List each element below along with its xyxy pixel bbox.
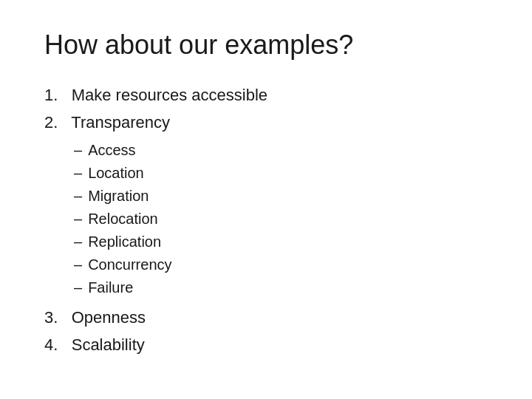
slide-title: How about our examples? (44, 30, 495, 61)
sublist-item-concurrency: – Concurrency (74, 253, 495, 276)
dash-icon: – (74, 276, 82, 299)
dash-icon: – (74, 139, 82, 162)
list-label-1: Make resources accessible (72, 86, 267, 104)
dash-icon: – (74, 253, 82, 276)
list-label-2: Transparency (71, 113, 170, 132)
sublist-label-concurrency: Concurrency (88, 253, 171, 276)
list-label-4: Scalability (72, 335, 145, 354)
transparency-sublist: – Access – Location – Migration – Reloca… (74, 139, 495, 299)
list-item-1: 1. Make resources accessible (44, 83, 495, 107)
dash-icon: – (74, 208, 82, 231)
sublist-item-failure: – Failure (74, 276, 495, 299)
dash-icon: – (74, 231, 82, 253)
list-number-1: 1. (44, 86, 58, 104)
sublist-label-failure: Failure (88, 276, 133, 299)
dash-icon: – (74, 162, 82, 185)
sublist-label-access: Access (88, 139, 135, 162)
slide: How about our examples? 1. Make resource… (0, 0, 532, 399)
sublist-label-migration: Migration (88, 185, 149, 208)
list-label-3: Openness (72, 308, 146, 327)
sublist-item-relocation: – Relocation (74, 208, 495, 231)
list-number-3: 3. (44, 308, 58, 327)
dash-icon: – (74, 185, 82, 208)
sublist-item-replication: – Replication (74, 231, 495, 253)
sublist-item-location: – Location (74, 162, 495, 185)
sublist-label-location: Location (88, 162, 144, 185)
list-number-4: 4. (44, 335, 58, 354)
slide-content: 1. Make resources accessible 2. Transpar… (44, 83, 495, 357)
sublist-label-replication: Replication (88, 231, 161, 253)
list-item-2: 2. Transparency (44, 110, 495, 134)
sublist-item-access: – Access (74, 139, 495, 162)
sublist-label-relocation: Relocation (88, 208, 158, 231)
list-item-4: 4. Scalability (44, 332, 495, 357)
sublist-item-migration: – Migration (74, 185, 495, 208)
list-number-2: 2. (44, 113, 58, 132)
list-item-3: 3. Openness (44, 305, 495, 330)
